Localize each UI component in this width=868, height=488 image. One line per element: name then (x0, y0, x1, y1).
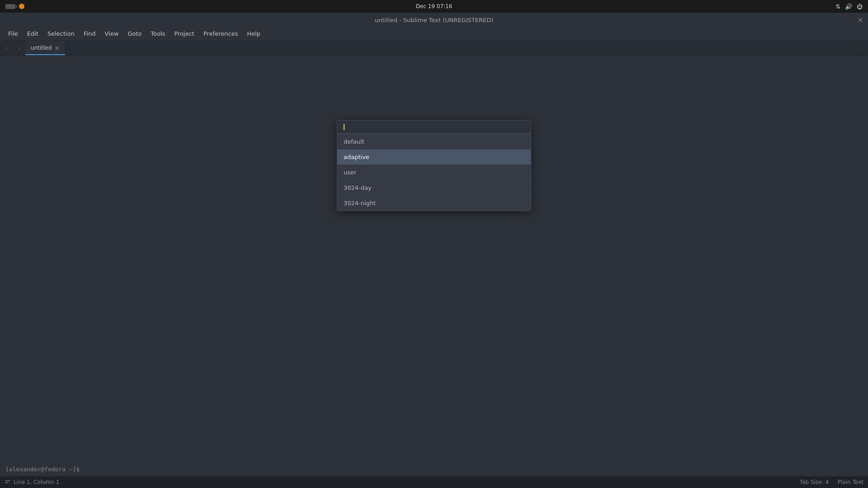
menu-bar: File Edit Selection Find View Goto Tools… (0, 27, 868, 41)
theme-option-adaptive[interactable]: adaptive (337, 150, 531, 165)
terminal-prompt: [alexander@fedora ~]$ (0, 462, 868, 476)
window-close-button[interactable]: × (858, 16, 863, 23)
menu-selection[interactable]: Selection (43, 28, 79, 39)
status-bar: Line 1, Column 1 Tab Size: 4 Plain Text (0, 476, 868, 488)
network-icon: ⇅ (835, 3, 840, 10)
status-tab-size[interactable]: Tab Size: 4 (800, 479, 829, 485)
system-bar-right: ⇅ 🔊 ⏻ (835, 3, 863, 10)
battery-icon (5, 4, 15, 9)
menu-edit[interactable]: Edit (23, 28, 43, 39)
tab-close-button[interactable]: × (54, 45, 60, 51)
menu-tools[interactable]: Tools (146, 28, 170, 39)
system-bar-left (5, 4, 24, 9)
tab-bar: ‹ › untitled × ⋮ (0, 41, 868, 56)
tab-prev-button[interactable]: ‹ (0, 41, 13, 55)
audio-icon: 🔊 (845, 3, 852, 10)
menu-find[interactable]: Find (79, 28, 100, 39)
svg-rect-1 (5, 482, 9, 483)
status-syntax[interactable]: Plain Text (838, 479, 863, 485)
theme-option-3024-night[interactable]: 3024-night (337, 196, 531, 211)
editor-area: default adaptive user 3024-day 3024-nigh… (0, 56, 868, 476)
power-icon: ⏻ (857, 3, 863, 10)
title-bar: untitled - Sublime Text (UNREGISTERED) × (0, 13, 868, 27)
menu-goto[interactable]: Goto (123, 28, 146, 39)
menu-preferences[interactable]: Preferences (199, 28, 242, 39)
menu-file[interactable]: File (4, 28, 23, 39)
theme-picker-panel: default adaptive user 3024-day 3024-nigh… (337, 120, 531, 211)
menu-project[interactable]: Project (170, 28, 198, 39)
theme-search-input[interactable] (337, 121, 531, 134)
tab-more-button[interactable]: ⋮ (855, 41, 868, 55)
tab-next-button[interactable]: › (13, 41, 25, 55)
system-datetime: Dec 19 07:16 (416, 3, 453, 9)
system-bar: Dec 19 07:16 ⇅ 🔊 ⏻ (0, 0, 868, 13)
theme-option-default[interactable]: default (337, 134, 531, 150)
window-title: untitled - Sublime Text (UNREGISTERED) (375, 17, 494, 23)
dropdown-overlay: default adaptive user 3024-day 3024-nigh… (0, 111, 868, 465)
status-indent-icon[interactable] (5, 479, 11, 486)
status-position[interactable]: Line 1, Column 1 (14, 479, 60, 485)
orange-dot-icon (19, 4, 24, 9)
status-bar-right: Tab Size: 4 Plain Text (800, 479, 863, 485)
menu-view[interactable]: View (100, 28, 123, 39)
theme-list: default adaptive user 3024-day 3024-nigh… (337, 134, 531, 211)
svg-rect-0 (5, 480, 10, 481)
tab-untitled[interactable]: untitled × (25, 41, 66, 55)
theme-option-user[interactable]: user (337, 165, 531, 180)
theme-option-3024-day[interactable]: 3024-day (337, 180, 531, 196)
menu-help[interactable]: Help (242, 28, 265, 39)
tab-label: untitled (31, 45, 52, 51)
